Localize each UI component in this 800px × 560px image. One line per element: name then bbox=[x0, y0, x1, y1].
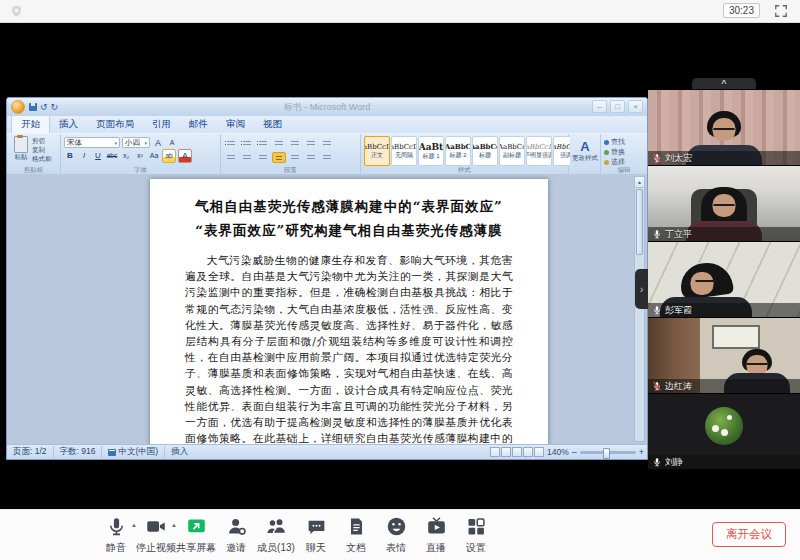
status-insert-mode[interactable]: 插入 bbox=[165, 446, 194, 458]
zoom-slider-thumb[interactable] bbox=[603, 448, 610, 459]
panel-chevron-up-icon[interactable]: ^ bbox=[692, 78, 756, 89]
leave-meeting-button[interactable]: 离开会议 bbox=[712, 522, 786, 547]
redo-icon[interactable]: ↻ bbox=[51, 102, 59, 112]
tab-home[interactable]: 开始 bbox=[11, 115, 50, 133]
settings-button[interactable]: 设置 bbox=[456, 516, 496, 555]
video-tile[interactable]: 刘太宏 bbox=[648, 90, 800, 165]
zoom-level[interactable]: 140% bbox=[547, 447, 569, 457]
font-color-button[interactable]: A bbox=[178, 149, 192, 163]
find-button[interactable]: 查找 bbox=[604, 137, 645, 147]
status-word-count[interactable]: 字数: 916 bbox=[54, 446, 103, 458]
font-size-combo[interactable]: 小四▾ bbox=[122, 137, 150, 148]
underline-button[interactable]: U bbox=[92, 150, 104, 162]
replace-button[interactable]: 替换 bbox=[604, 147, 645, 157]
style-emphasis[interactable]: AaBbCcDd强调 bbox=[553, 136, 570, 166]
undo-icon[interactable]: ↺ bbox=[40, 102, 48, 112]
numbering-icon[interactable] bbox=[240, 138, 254, 149]
video-tile[interactable]: 刘静 bbox=[648, 394, 800, 469]
highlight-button[interactable]: ab bbox=[162, 149, 176, 163]
scroll-up-icon[interactable]: ▲ bbox=[635, 177, 644, 188]
grow-font-button[interactable]: A bbox=[152, 137, 164, 149]
fullscreen-icon[interactable] bbox=[774, 4, 788, 18]
clipboard-group: 粘贴 剪切 复制 格式刷 剪贴板 bbox=[7, 134, 61, 174]
video-tile[interactable]: 彭军霞 bbox=[648, 242, 800, 317]
zoom-out-icon[interactable]: – bbox=[572, 448, 577, 457]
cut-button[interactable]: 剪切 bbox=[32, 137, 52, 146]
tab-insert[interactable]: 插入 bbox=[50, 116, 87, 133]
change-case-button[interactable]: Aa bbox=[148, 150, 160, 162]
quick-access-toolbar[interactable]: ↺ ↻ bbox=[29, 102, 58, 112]
zoom-slider[interactable] bbox=[580, 451, 636, 454]
align-right-icon[interactable] bbox=[256, 152, 270, 163]
shield-icon bbox=[10, 4, 23, 18]
vertical-scrollbar[interactable]: ▲ bbox=[634, 176, 645, 442]
word-window-title: 标书 - Microsoft Word bbox=[7, 101, 647, 114]
close-button[interactable]: × bbox=[628, 100, 643, 113]
styles-gallery[interactable]: AaBbCcDd正文 AaBbCcDd无间隔 AaBt标题 1 AaBbC标题 … bbox=[364, 136, 570, 166]
strikethrough-button[interactable]: abc bbox=[106, 150, 118, 162]
style-normal[interactable]: AaBbCcDd正文 bbox=[364, 136, 390, 166]
video-tile[interactable]: 边红涛 bbox=[648, 318, 800, 393]
docs-button[interactable]: 文档 bbox=[336, 516, 376, 555]
members-button[interactable]: 成员(13) bbox=[256, 516, 296, 555]
status-language[interactable]: 中文(中国) bbox=[102, 446, 165, 458]
office-button[interactable] bbox=[11, 100, 25, 114]
sort-icon[interactable] bbox=[304, 138, 318, 149]
decrease-indent-icon[interactable] bbox=[272, 138, 286, 149]
document-icon bbox=[347, 516, 366, 537]
shading-icon[interactable] bbox=[304, 152, 318, 163]
tab-references[interactable]: 引用 bbox=[143, 116, 180, 133]
align-left-icon[interactable] bbox=[224, 152, 238, 163]
settings-grid-icon bbox=[466, 516, 486, 537]
share-screen-button[interactable]: 共享屏幕 bbox=[176, 516, 216, 555]
increase-indent-icon[interactable] bbox=[288, 138, 302, 149]
superscript-button[interactable]: x² bbox=[134, 150, 146, 162]
font-name-combo[interactable]: 宋体▾ bbox=[64, 137, 120, 148]
document-page[interactable]: 气相自由基荧光传感薄膜构建中的“表界面效应” “表界面效应”研究构建气相自由基荧… bbox=[150, 179, 548, 444]
multilevel-list-icon[interactable] bbox=[256, 138, 270, 149]
shrink-font-button[interactable]: A bbox=[166, 137, 178, 149]
format-painter-button[interactable]: 格式刷 bbox=[32, 155, 52, 164]
tab-mailings[interactable]: 邮件 bbox=[180, 116, 217, 133]
copy-button[interactable]: 复制 bbox=[32, 146, 52, 155]
zoom-in-icon[interactable]: + bbox=[639, 448, 644, 457]
view-mode-buttons[interactable] bbox=[490, 447, 544, 457]
style-no-spacing[interactable]: AaBbCcDd无间隔 bbox=[391, 136, 417, 166]
style-heading1[interactable]: AaBt标题 1 bbox=[418, 136, 444, 166]
video-tile[interactable]: 丁立平 bbox=[648, 166, 800, 241]
stop-video-button[interactable]: ▲ 停止视频 bbox=[136, 516, 176, 555]
chat-button[interactable]: 聊天 bbox=[296, 516, 336, 555]
bold-button[interactable]: B bbox=[64, 150, 76, 162]
participant-name: 刘静 bbox=[665, 456, 683, 469]
style-subtle-emphasis[interactable]: AaBbCcDd不明显强调 bbox=[526, 136, 552, 166]
italic-button[interactable]: I bbox=[78, 150, 90, 162]
change-styles-button[interactable]: A 更改样式 bbox=[569, 134, 601, 174]
scrollbar-thumb[interactable] bbox=[636, 189, 643, 255]
tab-review[interactable]: 审阅 bbox=[217, 116, 254, 133]
mic-muted-icon bbox=[652, 153, 662, 163]
style-subtitle[interactable]: AaBbCc副标题 bbox=[499, 136, 525, 166]
mic-icon bbox=[652, 305, 662, 315]
paste-button[interactable]: 粘贴 bbox=[10, 136, 32, 165]
minimize-button[interactable]: – bbox=[592, 100, 607, 113]
save-icon[interactable] bbox=[29, 103, 37, 111]
invite-button[interactable]: 邀请 bbox=[216, 516, 256, 555]
subscript-button[interactable]: x₂ bbox=[120, 150, 132, 162]
show-marks-icon[interactable] bbox=[320, 138, 334, 149]
style-heading2[interactable]: AaBbC标题 2 bbox=[445, 136, 471, 166]
align-center-icon[interactable] bbox=[240, 152, 254, 163]
justify-icon[interactable] bbox=[272, 152, 286, 163]
bullets-icon[interactable] bbox=[224, 138, 238, 149]
maximize-button[interactable]: □ bbox=[610, 100, 625, 113]
live-button[interactable]: 直播 bbox=[416, 516, 456, 555]
panel-collapse-icon[interactable]: › bbox=[635, 269, 648, 309]
invite-person-icon bbox=[226, 516, 247, 537]
tab-page-layout[interactable]: 页面布局 bbox=[87, 116, 143, 133]
status-page[interactable]: 页面: 1/2 bbox=[7, 446, 54, 458]
borders-icon[interactable] bbox=[320, 152, 334, 163]
tab-view[interactable]: 视图 bbox=[254, 116, 291, 133]
mute-button[interactable]: ▲ 静音 bbox=[96, 516, 136, 555]
style-title[interactable]: AaBbCc标题 bbox=[472, 136, 498, 166]
reactions-button[interactable]: 表情 bbox=[376, 516, 416, 555]
line-spacing-icon[interactable] bbox=[288, 152, 302, 163]
